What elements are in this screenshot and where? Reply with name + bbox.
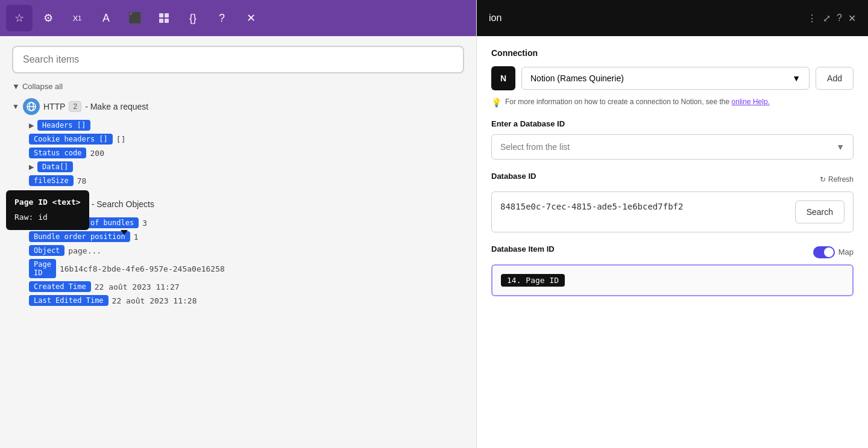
object-chip: Object (29, 245, 64, 256)
connection-dropdown-value: Notion (Rames Quinerie) (530, 73, 624, 83)
help-text-content: For more information on how to create a … (505, 98, 770, 106)
settings-icon[interactable]: ⚙ (35, 5, 61, 31)
cookie-headers-value: [] (116, 135, 126, 144)
collapse-caret-icon: ▼ (12, 82, 20, 91)
favorites-icon[interactable]: ☆ (6, 5, 33, 31)
help-text-main: For more information on how to create a … (505, 98, 729, 106)
svg-rect-2 (159, 19, 163, 23)
last-edited-chip: Last Edited Time (29, 295, 108, 306)
help-link[interactable]: online Help. (732, 98, 770, 106)
last-edited-value: 22 août 2023 11:28 (112, 296, 197, 305)
created-time-value: 22 août 2023 11:27 (95, 282, 180, 291)
left-panel: ☆ ⚙ X1 A ⬛ {} ? ✕ ▼ Collapse all ▼ (0, 0, 476, 448)
headers-row: ▶ Headers [] (29, 120, 476, 131)
search-button[interactable]: Search (795, 201, 844, 223)
more-options-icon[interactable]: ⋮ (807, 13, 817, 24)
page-id-chip: PageID (29, 259, 56, 278)
cookie-headers-row: Cookie headers [] [] (29, 134, 476, 145)
tooltip-title: Page ID <text> (14, 196, 81, 209)
headers-caret-icon[interactable]: ▶ (29, 122, 34, 129)
bundles-row: Total number of bundles 3 (29, 217, 476, 228)
notion-section-title: - Search Objects (92, 199, 154, 209)
svg-rect-3 (165, 19, 169, 23)
created-time-chip: Created Time (29, 281, 91, 292)
cookie-headers-chip: Cookie headers [] (29, 134, 113, 145)
database-item-id-row: Database Item ID Map (491, 244, 854, 260)
database-select-placeholder: Select from the list (500, 142, 570, 152)
right-panel-title: ion (489, 13, 800, 23)
svg-rect-1 (165, 13, 169, 17)
connection-row: N Notion (Rames Quinerie) ▼ Add (491, 66, 854, 90)
http-section-title: - Make a request (85, 102, 148, 111)
database-id-label-row: Database ID ↻ Refresh (491, 172, 854, 187)
toolbar: ☆ ⚙ X1 A ⬛ {} ? ✕ (0, 0, 476, 36)
expand-icon[interactable]: ⤢ (823, 13, 831, 24)
right-header-icons: ⋮ ⤢ ? ✕ (807, 13, 856, 24)
close-icon[interactable]: ✕ (237, 5, 264, 31)
right-panel: ion ⋮ ⤢ ? ✕ Connection N Notion (Rames Q… (476, 0, 868, 448)
bundle-order-value: 1 (134, 232, 139, 241)
status-code-row: Status code 200 (29, 148, 476, 158)
refresh-button[interactable]: ↻ Refresh (820, 175, 854, 184)
data-row: ▶ Data[] (29, 161, 476, 172)
map-toggle[interactable] (813, 246, 835, 258)
page-id-value: 16b14cf8-2bde-4fe6-957e-245a0e16258 (60, 264, 225, 273)
help-icon[interactable]: ? (209, 5, 235, 31)
collapse-all-button[interactable]: ▼ Collapse all (0, 79, 476, 96)
toggle-thumb (824, 247, 834, 257)
notion-logo-box: N (491, 66, 515, 90)
code-icon[interactable]: {} (180, 5, 206, 31)
notion-logo-letter: N (500, 73, 506, 83)
data-chip: Data[] (37, 161, 73, 172)
object-row: Object page... (29, 245, 476, 256)
filesize-chip: fileSize (29, 175, 74, 186)
tooltip-raw: Raw: id (14, 211, 81, 224)
database-id-box: 84815e0c-7cec-4815-ade5-1e6bced7fbf2 Sea… (491, 191, 854, 232)
calendar-icon[interactable]: ⬛ (122, 5, 148, 31)
connection-section-title: Connection (491, 48, 854, 58)
svg-rect-0 (159, 13, 163, 17)
text-icon[interactable]: A (93, 5, 119, 31)
bundle-order-row: Bundle order position 1 (29, 231, 476, 242)
object-value: page... (68, 246, 101, 255)
headers-chip: Headers [] (37, 120, 90, 131)
data-caret-icon[interactable]: ▶ (29, 163, 34, 171)
http-globe-icon (23, 98, 40, 115)
created-time-row: Created Time 22 août 2023 11:27 (29, 281, 476, 292)
help-text-row: 💡 For more information on how to create … (491, 98, 854, 107)
page-id-input-box: 14. Page ID (491, 264, 854, 296)
help-right-icon[interactable]: ? (837, 13, 842, 23)
http-caret-icon[interactable]: ▼ (12, 102, 19, 111)
page-id-container: Page ID <text> Raw: id PageID 16b14cf8-2… (12, 259, 476, 278)
status-code-chip: Status code (29, 148, 86, 158)
database-id-section-title: Enter a Database ID (491, 119, 854, 128)
info-icon: 💡 (491, 98, 502, 107)
superscript-icon[interactable]: X1 (64, 5, 90, 31)
close-right-icon[interactable]: ✕ (848, 13, 856, 24)
database-item-id-label: Database Item ID (491, 244, 555, 254)
page-id-row: PageID 16b14cf8-2bde-4fe6-957e-245a0e162… (29, 259, 476, 278)
table-icon[interactable] (151, 5, 177, 31)
connection-dropdown-arrow-icon: ▼ (792, 73, 800, 83)
http-section-header: ▼ HTTP 2 - Make a request (12, 98, 476, 115)
bundles-value: 3 (142, 219, 147, 228)
bundle-order-chip: Bundle order position (29, 231, 130, 242)
http-label: HTTP (43, 102, 66, 111)
filesize-row: fileSize 78 (29, 175, 476, 186)
items-area: ▼ HTTP 2 - Make a request ▶ Headers [] C… (0, 96, 476, 448)
map-toggle-row: Map (813, 246, 854, 258)
page-id-input-chip: 14. Page ID (501, 274, 565, 287)
search-area (0, 36, 476, 79)
add-connection-button[interactable]: Add (816, 67, 854, 90)
page-id-tooltip: Page ID <text> Raw: id (6, 190, 89, 230)
right-content: Connection N Notion (Rames Quinerie) ▼ A… (477, 36, 868, 448)
http-badge: 2 (69, 101, 81, 112)
status-code-value: 200 (90, 149, 104, 158)
database-select-arrow-icon: ▼ (836, 142, 844, 152)
connection-dropdown[interactable]: Notion (Rames Quinerie) ▼ (521, 67, 810, 90)
filesize-value: 78 (77, 176, 87, 185)
search-input[interactable] (12, 46, 464, 73)
map-label: Map (838, 247, 854, 257)
notion-section: ▼ N Notion 14 - Search Objects Total num… (12, 196, 476, 306)
database-select-dropdown[interactable]: Select from the list ▼ (491, 134, 854, 160)
